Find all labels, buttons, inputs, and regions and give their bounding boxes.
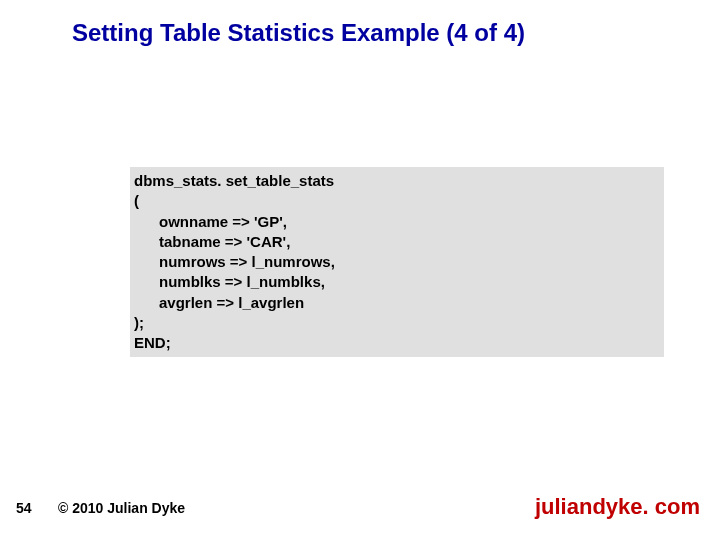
slide-footer: 54 © 2010 Julian Dyke juliandyke. com [0,488,720,516]
site-link: juliandyke. com [535,494,700,520]
page-number: 54 [16,500,32,516]
copyright-text: © 2010 Julian Dyke [58,500,185,516]
slide-title: Setting Table Statistics Example (4 of 4… [72,18,632,48]
code-block: dbms_stats. set_table_stats ( ownname =>… [130,167,664,357]
